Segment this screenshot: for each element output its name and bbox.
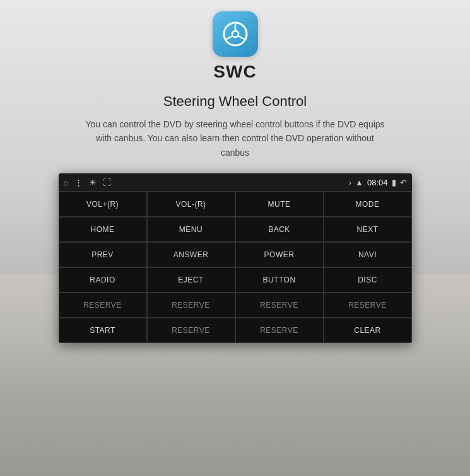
grid-cell-r1-c1[interactable]: MENU — [147, 217, 235, 242]
grid-cell-r4-c0[interactable]: RESERVE — [59, 293, 147, 318]
status-bar: ⌂ ⋮ ☀ ⛶ › ▲ 08:04 ▮ ↶ — [59, 173, 412, 191]
grid-cell-r0-c3[interactable]: MODE — [324, 192, 412, 217]
grid-cell-r4-c1[interactable]: RESERVE — [147, 293, 235, 318]
time-display: 08:04 — [367, 178, 388, 187]
grid-cell-r0-c1[interactable]: VOL-(R) — [147, 192, 235, 217]
grid-cell-r3-c1[interactable]: EJECT — [147, 267, 235, 293]
app-icon — [213, 11, 258, 57]
grid-cell-r4-c2[interactable]: RESERVE — [235, 293, 324, 318]
grid-cell-r2-c1[interactable]: ANSWER — [147, 242, 235, 267]
grid-cell-r2-c3[interactable]: NAVI — [324, 242, 412, 267]
brightness-icon: ☀ — [89, 178, 97, 187]
grid-cell-r0-c0[interactable]: VOL+(R) — [59, 192, 147, 217]
svg-line-4 — [238, 37, 244, 40]
svg-line-3 — [226, 37, 232, 40]
grid-cell-r4-c3[interactable]: RESERVE — [324, 293, 412, 318]
grid-cell-r1-c0[interactable]: HOME — [59, 217, 147, 242]
battery-icon: ▮ — [392, 178, 396, 187]
signal-icon: ▲ — [355, 178, 363, 187]
grid-cell-r3-c2[interactable]: BUTTON — [235, 267, 324, 293]
grid-cell-r5-c3[interactable]: CLEAR — [324, 318, 412, 343]
status-left-icons: ⌂ ⋮ ☀ ⛶ — [64, 178, 112, 187]
grid-cell-r1-c2[interactable]: BACK — [235, 217, 324, 242]
description: You can control the DVD by steering whee… — [84, 117, 387, 160]
section-title: Steering Wheel Control — [163, 93, 307, 110]
status-right: › ▲ 08:04 ▮ ↶ — [349, 178, 407, 187]
svg-point-1 — [232, 31, 238, 37]
grid-cell-r5-c0[interactable]: START — [59, 318, 147, 343]
back-icon: ↶ — [400, 178, 407, 187]
device-screen: ⌂ ⋮ ☀ ⛶ › ▲ 08:04 ▮ ↶ VOL+(R)VOL-(R)MUTE… — [59, 173, 412, 343]
grid-cell-r0-c2[interactable]: MUTE — [235, 192, 324, 217]
grid-cell-r5-c1[interactable]: RESERVE — [147, 318, 235, 343]
grid-cell-r5-c2[interactable]: RESERVE — [235, 318, 324, 343]
swc-icon — [221, 20, 250, 49]
grid-cell-r1-c3[interactable]: NEXT — [324, 217, 412, 242]
image-icon: ⛶ — [103, 178, 111, 187]
home-icon: ⌂ — [64, 178, 69, 187]
app-title: SWC — [213, 62, 256, 82]
grid-cell-r2-c0[interactable]: PREV — [59, 242, 147, 267]
swc-grid: VOL+(R)VOL-(R)MUTEMODEHOMEMENUBACKNEXTPR… — [59, 191, 412, 343]
grid-cell-r3-c0[interactable]: RADIO — [59, 267, 147, 293]
bluetooth-icon: › — [349, 178, 351, 187]
dots-icon: ⋮ — [74, 178, 83, 187]
grid-cell-r2-c2[interactable]: POWER — [235, 242, 324, 267]
content-wrapper: SWC Steering Wheel Control You can contr… — [0, 0, 470, 343]
grid-cell-r3-c3[interactable]: DISC — [324, 267, 412, 293]
